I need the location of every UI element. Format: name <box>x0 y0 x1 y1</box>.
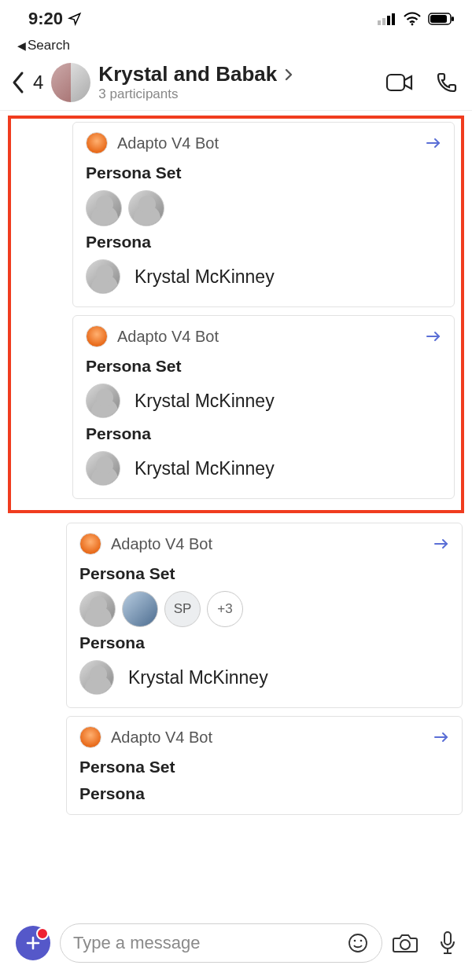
bot-card: Adapto V4 Bot Persona Set Persona <box>66 716 463 815</box>
persona-row: Krystal McKinney <box>86 259 441 294</box>
chat-subtitle: 3 participants <box>98 86 373 102</box>
svg-point-17 <box>360 940 363 942</box>
bot-icon <box>79 533 101 555</box>
persona-name: Krystal McKinney <box>135 266 275 288</box>
persona-row: Krystal McKinney <box>86 451 441 486</box>
chevron-right-icon <box>285 68 293 81</box>
svg-rect-1 <box>382 18 385 25</box>
message-input[interactable]: Type a message <box>60 923 382 963</box>
chat-header: 4 Krystal and Babak 3 participants <box>0 60 472 111</box>
highlight-annotation: Adapto V4 Bot Persona Set Persona Krysta… <box>8 116 464 513</box>
cellular-icon <box>378 13 396 25</box>
svg-rect-2 <box>387 16 390 25</box>
avatar-more[interactable]: +3 <box>207 591 243 627</box>
back-button[interactable]: 4 <box>11 71 43 94</box>
camera-icon[interactable] <box>392 932 419 954</box>
audio-call-icon[interactable] <box>436 72 458 94</box>
svg-rect-19 <box>444 932 451 945</box>
mic-icon[interactable] <box>439 930 456 956</box>
group-avatar[interactable] <box>51 63 90 102</box>
avatar[interactable] <box>122 591 158 627</box>
video-call-icon[interactable] <box>385 72 414 93</box>
avatar[interactable] <box>86 451 120 486</box>
persona-set-avatars <box>86 190 441 226</box>
svg-rect-0 <box>378 20 381 25</box>
svg-point-18 <box>400 940 410 949</box>
svg-rect-3 <box>392 13 395 25</box>
add-button[interactable] <box>16 926 50 960</box>
status-time: 9:20 <box>28 9 63 29</box>
open-arrow-icon[interactable] <box>426 138 441 149</box>
chat-title: Krystal and Babak <box>98 63 277 86</box>
open-arrow-icon[interactable] <box>426 331 441 342</box>
svg-rect-7 <box>452 17 454 21</box>
chevron-left-icon <box>11 71 25 94</box>
avatar[interactable] <box>86 259 120 294</box>
composer: Type a message <box>0 916 472 980</box>
svg-rect-6 <box>430 15 447 23</box>
bot-card: Adapto V4 Bot Persona Set Persona Krysta… <box>72 122 455 307</box>
svg-point-15 <box>349 934 367 952</box>
svg-point-4 <box>411 24 414 26</box>
persona-set-label: Persona Set <box>86 357 441 376</box>
avatar-initials[interactable]: SP <box>164 591 201 627</box>
persona-set-label: Persona Set <box>86 163 441 182</box>
avatar[interactable] <box>128 190 164 226</box>
plus-icon <box>25 935 41 951</box>
svg-rect-8 <box>387 75 404 90</box>
back-triangle-icon: ◀ <box>17 39 26 52</box>
avatar[interactable] <box>79 591 116 627</box>
persona-set-label: Persona Set <box>79 758 449 776</box>
persona-name: Krystal McKinney <box>128 667 268 688</box>
open-arrow-icon[interactable] <box>433 732 449 743</box>
bot-name: Adapto V4 Bot <box>111 729 212 747</box>
battery-icon <box>428 13 455 25</box>
message-placeholder: Type a message <box>73 933 347 953</box>
persona-label: Persona <box>79 784 449 803</box>
back-to-label: Search <box>28 38 70 53</box>
emoji-icon[interactable] <box>347 932 369 954</box>
back-count: 4 <box>33 72 43 94</box>
bot-card: Adapto V4 Bot Persona Set SP +3 Persona … <box>66 523 463 708</box>
open-arrow-icon[interactable] <box>433 538 449 549</box>
chat-title-block[interactable]: Krystal and Babak 3 participants <box>98 63 373 101</box>
back-to-search[interactable]: ◀ Search <box>0 38 472 60</box>
wifi-icon <box>403 12 422 26</box>
persona-name: Krystal McKinney <box>135 458 275 479</box>
bot-icon <box>79 726 101 748</box>
bot-name: Adapto V4 Bot <box>117 328 219 346</box>
persona-set-avatars: SP +3 <box>79 591 449 627</box>
svg-point-16 <box>354 940 356 942</box>
bot-icon <box>86 325 108 347</box>
persona-label: Persona <box>86 233 441 251</box>
bot-name: Adapto V4 Bot <box>111 535 212 553</box>
persona-label: Persona <box>86 424 441 443</box>
persona-set-label: Persona Set <box>79 564 449 583</box>
avatar[interactable] <box>86 384 120 418</box>
persona-row: Krystal McKinney <box>79 660 449 695</box>
avatar[interactable] <box>86 190 122 226</box>
persona-set-row: Krystal McKinney <box>86 384 441 418</box>
status-bar: 9:20 <box>0 0 472 38</box>
bot-card: Adapto V4 Bot Persona Set Krystal McKinn… <box>72 315 455 499</box>
persona-label: Persona <box>79 633 449 652</box>
persona-set-name: Krystal McKinney <box>135 391 275 412</box>
message-stream[interactable]: Adapto V4 Bot Persona Set Persona Krysta… <box>0 111 472 916</box>
location-icon <box>68 12 82 26</box>
bot-name: Adapto V4 Bot <box>117 134 219 152</box>
bot-icon <box>86 132 108 154</box>
avatar[interactable] <box>79 660 114 695</box>
